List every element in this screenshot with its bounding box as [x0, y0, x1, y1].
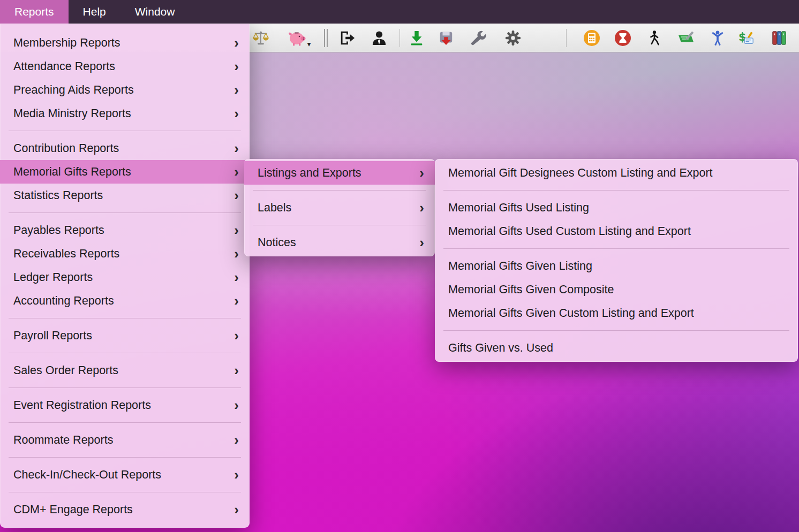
menu-item-accounting-reports[interactable]: Accounting Reports ›	[0, 289, 250, 313]
menu-separator	[9, 387, 241, 388]
chevron-right-icon: ›	[419, 201, 424, 215]
submenu-item-memorial-gifts-given-custom-listing-export[interactable]: Memorial Gifts Given Custom Listing and …	[435, 301, 798, 325]
chevron-right-icon: ›	[234, 107, 239, 120]
menu-separator	[9, 422, 241, 423]
menu-item-media-ministry-reports[interactable]: Media Ministry Reports ›	[0, 102, 250, 125]
chevron-right-icon: ›	[234, 188, 239, 202]
menubar: Reports Help Window	[0, 0, 799, 24]
chevron-right-icon: ›	[234, 363, 239, 377]
memorial-gifts-submenu: Listings and Exports › Labels › Notices …	[244, 159, 435, 256]
toolbar-separator	[400, 29, 400, 47]
timeclock-icon[interactable]	[614, 29, 631, 47]
chevron-right-icon: ›	[234, 294, 239, 308]
menu-item-attendance-reports[interactable]: Attendance Reports ›	[0, 55, 250, 78]
submenu-item-memorial-gift-designees-custom-listing-export[interactable]: Memorial Gift Designees Custom Listing a…	[435, 161, 798, 185]
save-icon[interactable]	[439, 30, 454, 46]
menu-separator	[253, 190, 426, 191]
download-icon[interactable]	[409, 30, 424, 46]
menu-item-label: Labels	[258, 201, 413, 215]
menu-item-statistics-reports[interactable]: Statistics Reports ›	[0, 184, 250, 207]
chevron-right-icon: ›	[234, 165, 239, 179]
menubar-item-help[interactable]: Help	[69, 0, 120, 24]
user-icon[interactable]	[372, 30, 387, 46]
logout-icon[interactable]	[339, 30, 355, 46]
gear-icon[interactable]	[505, 30, 521, 46]
payroll-check-icon[interactable]: $	[738, 30, 754, 46]
menu-item-payroll-reports[interactable]: Payroll Reports ›	[0, 324, 250, 347]
menu-item-event-registration-reports[interactable]: Event Registration Reports ›	[0, 393, 250, 417]
menu-item-sales-order-reports[interactable]: Sales Order Reports ›	[0, 359, 250, 382]
menu-item-label: Membership Reports	[13, 36, 228, 50]
menu-item-ledger-reports[interactable]: Ledger Reports ›	[0, 265, 250, 289]
menu-item-label: Statistics Reports	[13, 189, 228, 202]
menu-item-label: Contribution Reports	[13, 142, 228, 155]
menu-item-label: Media Ministry Reports	[13, 107, 228, 120]
reports-menu: Membership Reports › Attendance Reports …	[0, 24, 250, 528]
menu-item-label: Check-In/Check-Out Reports	[13, 468, 228, 482]
menu-item-label: Gifts Given vs. Used	[448, 341, 787, 355]
chevron-right-icon: ›	[234, 433, 239, 447]
menu-item-label: Roommate Reports	[13, 434, 228, 447]
menu-separator	[443, 190, 789, 191]
menu-item-memorial-gifts-reports[interactable]: Memorial Gifts Reports ›	[0, 160, 250, 184]
menu-item-contribution-reports[interactable]: Contribution Reports ›	[0, 136, 250, 160]
menu-separator	[9, 212, 241, 213]
submenu-item-notices[interactable]: Notices ›	[244, 231, 435, 254]
chevron-right-icon: ›	[234, 270, 239, 284]
menu-item-preaching-aids-reports[interactable]: Preaching Aids Reports ›	[0, 78, 250, 102]
menu-item-label: Memorial Gifts Given Custom Listing and …	[448, 307, 787, 320]
chevron-right-icon: ›	[234, 468, 239, 482]
submenu-item-memorial-gifts-given-listing[interactable]: Memorial Gifts Given Listing	[435, 254, 798, 278]
menu-separator	[9, 318, 241, 318]
menu-item-receivables-reports[interactable]: Receivables Reports ›	[0, 242, 250, 265]
chevron-right-icon: ›	[234, 503, 239, 516]
chevron-right-icon: ›	[234, 398, 239, 412]
menu-item-label: Attendance Reports	[13, 60, 228, 73]
submenu-item-gifts-given-vs-used[interactable]: Gifts Given vs. Used	[435, 336, 798, 360]
menu-item-check-in-check-out-reports[interactable]: Check-In/Check-Out Reports ›	[0, 463, 250, 487]
menubar-item-window[interactable]: Window	[120, 0, 190, 24]
submenu-item-labels[interactable]: Labels ›	[244, 196, 435, 219]
submenu-item-memorial-gifts-given-composite[interactable]: Memorial Gifts Given Composite	[435, 278, 798, 301]
people-icon[interactable]	[711, 30, 725, 46]
menu-separator	[9, 457, 241, 458]
listings-exports-submenu: Memorial Gift Designees Custom Listing a…	[435, 159, 798, 362]
chevron-right-icon: ›	[234, 329, 239, 343]
menu-item-membership-reports[interactable]: Membership Reports ›	[0, 31, 250, 55]
piggy-bank-icon[interactable]	[289, 30, 307, 46]
chevron-right-icon: ›	[419, 235, 424, 249]
toolbar-separator	[566, 29, 567, 47]
menu-item-label: Memorial Gift Designees Custom Listing a…	[448, 166, 787, 180]
submenu-item-memorial-gifts-used-listing[interactable]: Memorial Gifts Used Listing	[435, 196, 798, 219]
menu-separator	[9, 131, 241, 131]
menu-item-label: Receivables Reports	[13, 247, 228, 261]
menu-item-label: Ledger Reports	[13, 271, 228, 284]
menu-item-label: Memorial Gifts Used Listing	[448, 201, 787, 215]
submenu-item-memorial-gifts-used-custom-listing-export[interactable]: Memorial Gifts Used Custom Listing and E…	[435, 219, 798, 243]
menu-item-label: Listings and Exports	[258, 166, 413, 180]
wrench-icon[interactable]	[470, 30, 486, 46]
menu-item-payables-reports[interactable]: Payables Reports ›	[0, 218, 250, 242]
submenu-item-listings-and-exports[interactable]: Listings and Exports ›	[244, 161, 435, 185]
menu-item-label: CDM+ Engage Reports	[13, 503, 228, 516]
menu-separator	[9, 492, 241, 492]
menu-item-label: Payroll Reports	[13, 329, 228, 343]
calculator-icon[interactable]	[583, 29, 600, 47]
checkbook-icon[interactable]	[677, 31, 695, 45]
piggy-bank-dropdown-caret-icon[interactable]: ▾	[307, 40, 311, 48]
menu-item-roommate-reports[interactable]: Roommate Reports ›	[0, 428, 250, 452]
chevron-right-icon: ›	[234, 36, 239, 50]
menu-item-label: Preaching Aids Reports	[13, 83, 228, 97]
menu-item-label: Payables Reports	[13, 224, 228, 237]
menu-item-cdm-engage-reports[interactable]: CDM+ Engage Reports ›	[0, 498, 250, 521]
menu-item-label: Sales Order Reports	[13, 364, 228, 377]
chevron-right-icon: ›	[234, 83, 239, 97]
menu-item-label: Accounting Reports	[13, 294, 228, 308]
menu-separator	[443, 248, 789, 249]
bookshelf-icon[interactable]	[771, 30, 787, 46]
walking-person-icon[interactable]	[647, 30, 661, 46]
chevron-right-icon: ›	[234, 141, 239, 155]
scales-icon[interactable]	[253, 30, 269, 46]
menubar-item-reports[interactable]: Reports	[0, 0, 69, 24]
menu-item-label: Memorial Gifts Given Listing	[448, 260, 787, 273]
